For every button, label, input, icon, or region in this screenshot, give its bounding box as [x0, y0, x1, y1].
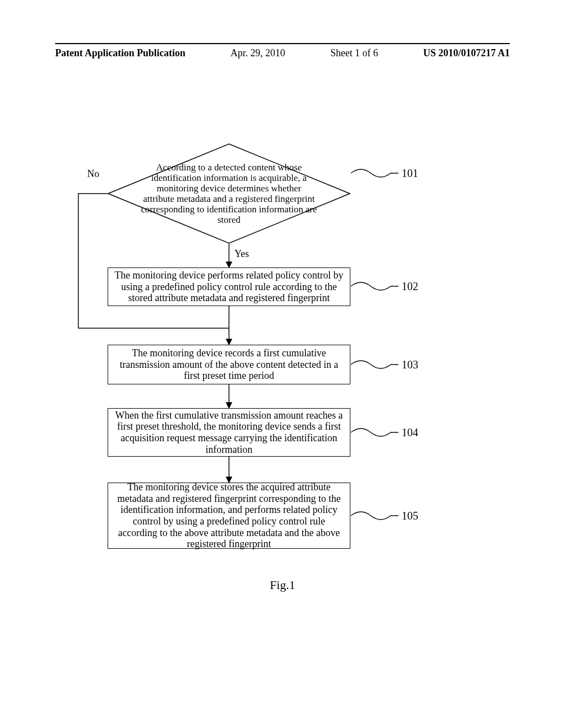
- process-102: The monitoring device performs related p…: [108, 267, 350, 306]
- publication-date: Apr. 29, 2010: [231, 47, 285, 59]
- decision-101: According to a detected content whose id…: [108, 143, 350, 244]
- header-rule: [55, 43, 510, 44]
- edge-label-no: No: [87, 168, 99, 180]
- step-number-104: 104: [402, 426, 418, 439]
- process-102-text: The monitoring device performs related p…: [114, 270, 344, 304]
- process-103-text: The monitoring device records a first cu…: [114, 347, 344, 382]
- process-105-text: The monitoring device stores the acquire…: [114, 481, 344, 550]
- process-104: When the first cumulative transmission a…: [108, 408, 350, 457]
- step-number-102: 102: [402, 280, 418, 293]
- process-104-text: When the first cumulative transmission a…: [114, 410, 344, 456]
- sheet-number: Sheet 1 of 6: [331, 47, 378, 59]
- step-number-101: 101: [402, 167, 418, 180]
- step-number-105: 105: [402, 510, 418, 522]
- edge-label-yes: Yes: [234, 248, 249, 260]
- figure-caption: Fig.1: [0, 578, 565, 592]
- process-103: The monitoring device records a first cu…: [108, 345, 350, 384]
- page-header: Patent Application Publication Apr. 29, …: [55, 47, 510, 59]
- step-number-103: 103: [402, 358, 418, 371]
- decision-101-text: According to a detected content whose id…: [141, 162, 317, 225]
- publication-type: Patent Application Publication: [55, 47, 185, 59]
- publication-number: US 2010/0107217 A1: [423, 47, 510, 59]
- process-105: The monitoring device stores the acquire…: [108, 483, 350, 549]
